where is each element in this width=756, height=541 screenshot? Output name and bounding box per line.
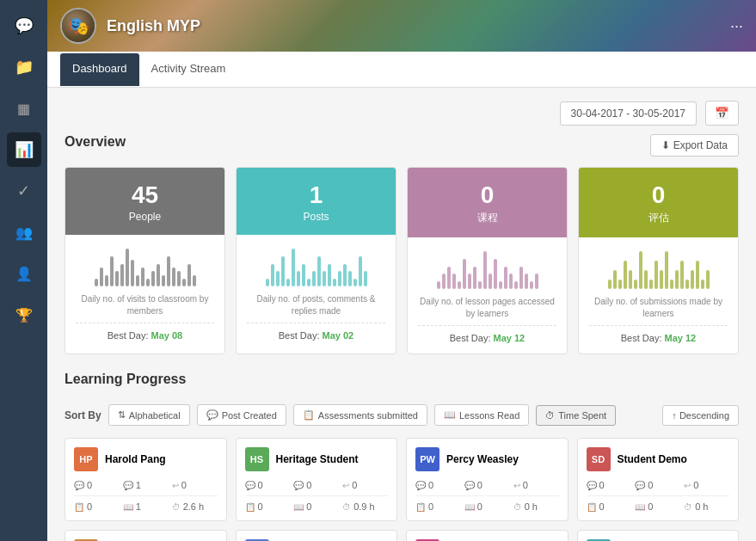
- tab-activity-stream[interactable]: Activity Stream: [139, 53, 238, 86]
- calendar-button[interactable]: 📅: [705, 101, 739, 126]
- stat-cards: 45 People Daily no. of visits to classro…: [65, 167, 739, 354]
- student-card: CC Cloe Chung 💬0 💬0 ↩0 📋0 📖0 ⏱0 h: [65, 530, 227, 541]
- student-card: HS Heritage Student 💬0 💬0 ↩0 📋0 📖0 ⏱0.9 …: [236, 438, 398, 521]
- student-card: PW Percy Weasley 💬0 💬0 ↩0 📋0 📖0 ⏱0 h: [406, 438, 569, 521]
- student-card: HP Harold Pang 💬0 💬1 ↩0 📋0 📖1 ⏱2.6 h: [65, 438, 227, 521]
- student-grid: HP Harold Pang 💬0 💬1 ↩0 📋0 📖1 ⏱2.6 h HS …: [65, 438, 739, 541]
- stat-card-Posts: 1 Posts Daily no. of posts, comments & r…: [236, 167, 396, 354]
- tab-bar: Dashboard Activity Stream: [47, 52, 756, 88]
- student-card: SI Student Ison 💬0 💬0 ↩0 📋0 📖0 ⏱0 h: [577, 530, 740, 541]
- export-button[interactable]: ⬇ Export Data: [650, 134, 739, 157]
- sidebar-item-trophy[interactable]: 🏆: [7, 298, 41, 332]
- sort-assessments[interactable]: 📋 Assessments submitted: [293, 404, 427, 426]
- sidebar-item-chart[interactable]: 📊: [7, 132, 41, 167]
- student-avatar: SD: [587, 447, 611, 471]
- student-card: PP Padma Patil 💬0 💬0 ↩0 📋0 📖0 ⏱0 h: [406, 530, 569, 541]
- student-card: SD Student Demo 💬0 💬0 ↩0 📋0 📖0 ⏱0 h: [577, 438, 740, 521]
- sidebar-item-folder[interactable]: 📁: [7, 50, 41, 84]
- sidebar-item-grid[interactable]: ▦: [7, 91, 41, 126]
- student-avatar: HP: [74, 447, 98, 471]
- learning-progress-title: Learning Progress: [65, 372, 186, 387]
- learning-progress-header: Learning Progress: [65, 372, 739, 394]
- date-range-button[interactable]: 30-04-2017 - 30-05-2017: [560, 101, 697, 126]
- export-icon: ⬇: [661, 139, 670, 151]
- avatar-image: 🎭: [62, 9, 95, 42]
- student-name: Percy Weasley: [446, 453, 519, 465]
- student-name: Student Demo: [618, 453, 687, 465]
- student-name: Heritage Student: [276, 453, 359, 465]
- tab-dashboard[interactable]: Dashboard: [60, 53, 139, 86]
- stat-card-课程: 0 课程 Daily no. of lesson pages accessed …: [407, 167, 568, 354]
- student-avatar: PW: [415, 447, 439, 471]
- sidebar-item-person[interactable]: 👤: [7, 256, 41, 291]
- more-options-button[interactable]: ···: [730, 17, 743, 35]
- sort-time-spent[interactable]: ⏱ Time Spent: [536, 405, 616, 426]
- sort-descending-button[interactable]: ↑ Descending: [662, 405, 739, 426]
- sort-lessons-read[interactable]: 📖 Lessons Read: [434, 404, 529, 426]
- stat-card-评估: 0 评估 Daily no. of submissions made by le…: [578, 167, 739, 354]
- content-area: 30-04-2017 - 30-05-2017 📅 Overview ⬇ Exp…: [47, 88, 756, 541]
- student-card: CD Cedric Deangelo 💬0 💬0 ↩0 📋0 📖0 ⏱0 h: [236, 530, 398, 541]
- header-banner: 🎭 English MYP ···: [47, 0, 756, 52]
- header-avatar: 🎭: [60, 8, 96, 44]
- student-avatar: HS: [245, 447, 269, 471]
- top-controls: 30-04-2017 - 30-05-2017 📅: [65, 101, 739, 126]
- sort-alphabetical[interactable]: ⇅ Alphabetical: [108, 404, 190, 426]
- sidebar: 💬 📁 ▦ 📊 ✓ 👥 👤 🏆: [0, 0, 47, 541]
- overview-title: Overview: [65, 134, 126, 150]
- sidebar-item-check[interactable]: ✓: [7, 174, 41, 208]
- stat-card-People: 45 People Daily no. of visits to classro…: [65, 167, 225, 354]
- sidebar-item-group[interactable]: 👥: [7, 215, 41, 249]
- overview-header: Overview ⬇ Export Data: [65, 134, 739, 157]
- student-name: Harold Pang: [105, 453, 166, 465]
- sidebar-item-chat[interactable]: 💬: [7, 9, 41, 43]
- sort-by-label: Sort By: [65, 409, 101, 421]
- main-content: 🎭 English MYP ··· Dashboard Activity Str…: [47, 0, 756, 541]
- header-title: English MYP: [107, 17, 200, 35]
- sort-row: Sort By ⇅ Alphabetical 💬 Post Created 📋 …: [65, 404, 739, 426]
- sort-post-created[interactable]: 💬 Post Created: [197, 404, 286, 426]
